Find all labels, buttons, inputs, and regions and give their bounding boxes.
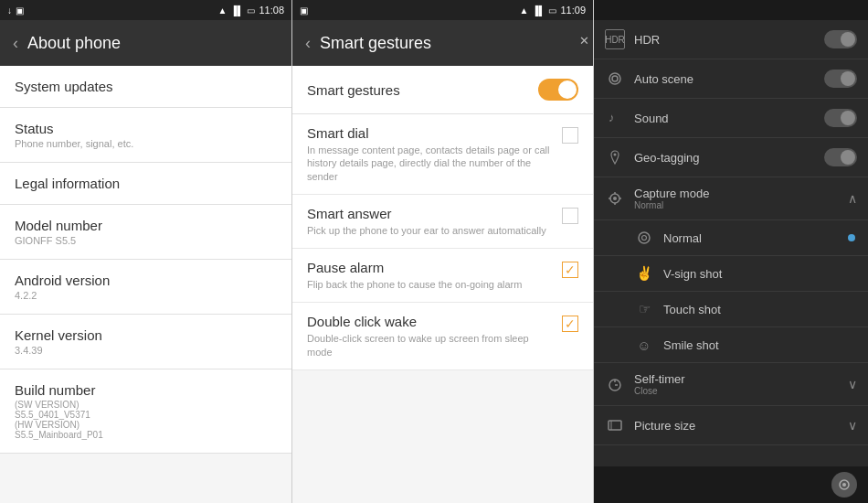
v-sign-option[interactable]: ✌ V-sign shot: [594, 256, 868, 292]
android-version-subtitle: 4.2.2: [15, 290, 277, 301]
smart-answer-item[interactable]: Smart answer Pick up the phone to your e…: [292, 195, 593, 249]
legal-information-item[interactable]: Legal information: [0, 163, 291, 205]
smart-gestures-panel: ▣ ▲ ▐▌ ▭ 11:09 ‹ Smart gestures Smart ge…: [292, 0, 594, 503]
build-number-item[interactable]: Build number (SW VERSION) S5.5_0401_V537…: [0, 369, 291, 454]
sim-icon: ▣: [16, 5, 24, 16]
double-click-wake-checkbox[interactable]: ✓: [562, 316, 578, 332]
smart-answer-desc: Pick up the phone to your ear to answer …: [307, 224, 553, 237]
kernel-version-label: Kernel version: [15, 327, 277, 343]
wifi-icon-2: ▲: [519, 5, 528, 16]
touch-shot-label: Touch shot: [663, 303, 721, 316]
geo-tagging-icon: [605, 147, 625, 167]
smart-dial-checkbox[interactable]: [562, 127, 578, 144]
build-number-label: Build number: [15, 382, 277, 398]
hdr-toggle-knob: [841, 32, 855, 47]
svg-point-3: [614, 154, 617, 156]
auto-scene-icon: [605, 69, 625, 89]
smart-gestures-toggle-row: Smart gestures: [292, 66, 593, 114]
svg-point-11: [642, 236, 647, 241]
checkmark-icon: ✓: [565, 262, 576, 277]
sim-icon-2: ▣: [300, 5, 308, 16]
smart-dial-desc: In message content page, contacts detail…: [307, 144, 553, 183]
smart-answer-text: Smart answer Pick up the phone to your e…: [307, 206, 553, 237]
status-bar-right-1: ▲ ▐▌ ▭ 11:08: [217, 5, 284, 16]
hdr-toggle[interactable]: [824, 30, 857, 48]
model-number-item[interactable]: Model number GIONFF S5.5: [0, 205, 291, 260]
svg-point-10: [639, 232, 650, 243]
pause-alarm-desc: Flip back the phone to cause the on-goin…: [307, 278, 553, 291]
wifi-icon-1: ▲: [217, 5, 227, 16]
status-label: Status: [15, 121, 277, 136]
hdr-item[interactable]: HDR HDR: [594, 20, 868, 59]
auto-scene-item-left: Auto scene: [605, 69, 693, 89]
smart-gestures-toggle[interactable]: [538, 79, 578, 101]
about-phone-list: System updates Status Phone number, sign…: [0, 66, 291, 503]
back-button-1[interactable]: ‹: [13, 34, 18, 53]
smart-gestures-header: ‹ Smart gestures: [292, 20, 593, 66]
v-sign-label: V-sign shot: [663, 267, 722, 281]
v-sign-icon: ✌: [634, 263, 654, 284]
status-bar-1: ↓ ▣ ▲ ▐▌ ▭ 11:08: [0, 0, 291, 20]
pause-alarm-title: Pause alarm: [307, 260, 553, 275]
android-version-item[interactable]: Android version 4.2.2: [0, 260, 291, 315]
sound-icon: ♪: [605, 108, 625, 128]
geo-tagging-toggle[interactable]: [824, 148, 857, 166]
hdr-label: HDR: [634, 33, 660, 47]
page-title-2: Smart gestures: [320, 34, 431, 53]
smile-shot-option[interactable]: ☺ Smile shot: [594, 327, 868, 363]
picture-size-header[interactable]: Picture size ∨: [594, 406, 868, 445]
capture-mode-left: Capture mode Normal: [605, 187, 709, 210]
smart-dial-text: Smart dial In message content page, cont…: [307, 125, 553, 183]
time-display-2: 11:09: [560, 5, 586, 16]
double-click-wake-desc: Double-click screen to wake up screen fr…: [307, 332, 553, 359]
normal-option[interactable]: Normal: [594, 220, 868, 256]
self-timer-sub: Close: [634, 386, 685, 396]
status-item[interactable]: Status Phone number, signal, etc.: [0, 108, 291, 163]
auto-scene-toggle[interactable]: [824, 70, 857, 88]
pause-alarm-checkbox[interactable]: ✓: [562, 262, 578, 278]
smile-shot-icon: ☺: [634, 335, 654, 355]
close-panel-button[interactable]: ✕: [576, 32, 592, 48]
capture-mode-chevron: ∧: [848, 191, 857, 206]
geo-tagging-item[interactable]: Geo-tagging: [594, 138, 868, 177]
sound-item[interactable]: ♪ Sound: [594, 99, 868, 138]
capture-mode-text: Capture mode Normal: [634, 187, 709, 210]
touch-shot-option[interactable]: ☞ Touch shot: [594, 292, 868, 327]
self-timer-header[interactable]: Self-timer Close ∨: [594, 363, 868, 406]
double-click-wake-item[interactable]: Double click wake Double-click screen to…: [292, 303, 593, 370]
picture-size-icon: [605, 415, 625, 435]
smart-dial-item[interactable]: Smart dial In message content page, cont…: [292, 114, 593, 195]
download-icon: ↓: [7, 5, 12, 16]
back-button-2[interactable]: ‹: [305, 34, 311, 53]
system-updates-item[interactable]: System updates: [0, 66, 291, 108]
pause-alarm-text: Pause alarm Flip back the phone to cause…: [307, 260, 553, 291]
status-bar-left-2: ▣: [300, 5, 308, 16]
model-number-label: Model number: [15, 218, 277, 233]
status-bar-right-2: ▲ ▐▌ ▭ 11:09: [519, 5, 586, 16]
smart-answer-checkbox[interactable]: [562, 208, 578, 224]
sound-toggle[interactable]: [824, 109, 857, 127]
self-timer-left: Self-timer Close: [605, 372, 685, 396]
kernel-version-item[interactable]: Kernel version 3.4.39: [0, 315, 291, 369]
geo-tagging-label: Geo-tagging: [634, 151, 700, 165]
legal-information-label: Legal information: [15, 176, 277, 191]
status-subtitle: Phone number, signal, etc.: [15, 138, 277, 149]
auto-scene-toggle-knob: [841, 71, 855, 86]
self-timer-text: Self-timer Close: [634, 372, 685, 396]
auto-scene-item[interactable]: Auto scene: [594, 59, 868, 99]
picture-size-left: Picture size: [605, 415, 695, 435]
page-title-1: About phone: [27, 34, 121, 53]
battery-icon-2: ▭: [548, 5, 556, 16]
svg-point-5: [613, 197, 617, 200]
svg-rect-15: [609, 421, 621, 430]
v-sign-option-left: ✌ V-sign shot: [634, 263, 722, 284]
pause-alarm-item[interactable]: Pause alarm Flip back the phone to cause…: [292, 249, 593, 303]
capture-mode-header[interactable]: Capture mode Normal ∧: [594, 177, 868, 220]
camera-bottom-icon[interactable]: [831, 472, 857, 498]
gesture-list: Smart dial In message content page, cont…: [292, 114, 593, 503]
self-timer-label: Self-timer: [634, 372, 685, 386]
sound-item-left: ♪ Sound: [605, 108, 669, 128]
kernel-version-subtitle: 3.4.39: [15, 345, 277, 356]
geo-tagging-toggle-knob: [841, 150, 855, 165]
build-number-subtitle: (SW VERSION) S5.5_0401_V5371 (HW VERSION…: [15, 400, 277, 440]
